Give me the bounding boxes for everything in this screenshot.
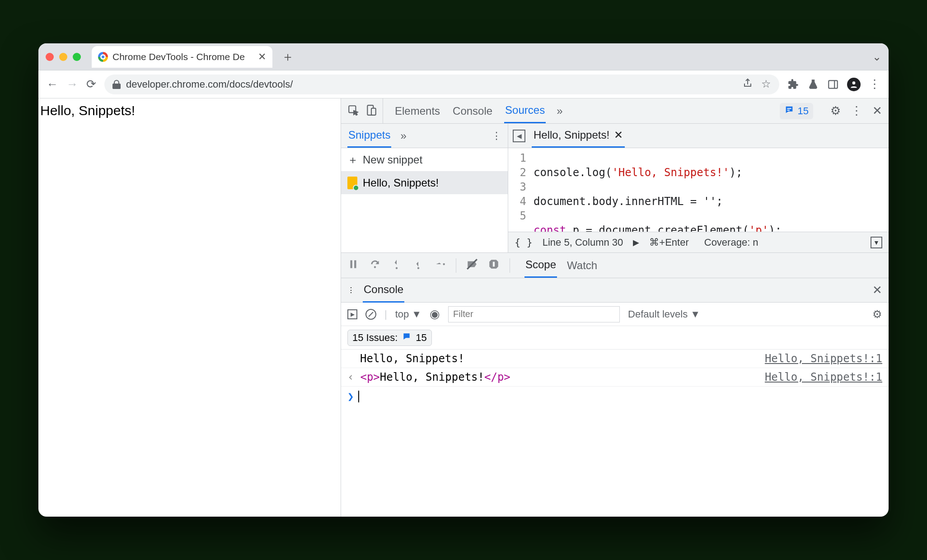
svg-rect-8 <box>351 260 352 268</box>
devtools-close-icon[interactable]: ✕ <box>872 104 882 118</box>
editor-pane: Hello, Snippets! ✕ 1 2 3 4 5 console.log… <box>508 124 889 252</box>
browser-window: Chrome DevTools - Chrome De ✕ ＋ ⌄ ← → ⟳ … <box>38 43 889 517</box>
tabs-overflow-icon[interactable]: ⌄ <box>872 51 881 63</box>
new-tab-button[interactable]: ＋ <box>281 48 294 65</box>
sidepanel-icon[interactable] <box>827 79 839 90</box>
svg-rect-6 <box>787 108 791 109</box>
navigator-menu-icon[interactable]: ⋮ <box>492 130 501 142</box>
tab-snippets[interactable]: Snippets <box>347 124 391 148</box>
log-source-link[interactable]: Hello, Snippets!:1 <box>765 352 882 365</box>
tabs-overflow-icon[interactable]: » <box>557 105 562 117</box>
deactivate-breakpoints-icon[interactable] <box>466 258 478 273</box>
profile-avatar[interactable] <box>847 78 861 91</box>
editor-tab-label: Hello, Snippets! <box>534 129 609 141</box>
clear-console-icon[interactable] <box>365 309 376 320</box>
cursor-position: Line 5, Column 30 <box>543 237 623 248</box>
editor-tab[interactable]: Hello, Snippets! ✕ <box>532 124 625 148</box>
line-gutter: 1 2 3 4 5 <box>508 148 530 232</box>
console-prompt[interactable]: ❯ <box>341 387 889 406</box>
reload-button[interactable]: ⟳ <box>86 77 96 91</box>
navigator-overflow-icon[interactable]: » <box>400 130 406 142</box>
back-button[interactable]: ← <box>47 77 58 91</box>
page-viewport: Hello, Snippets! <box>38 98 341 517</box>
navigator-tabs: Snippets » ⋮ <box>341 124 508 148</box>
tab-strip: Chrome DevTools - Chrome De ✕ ＋ ⌄ <box>38 43 889 70</box>
step-out-icon[interactable] <box>412 258 424 273</box>
tab-sources[interactable]: Sources <box>504 98 546 123</box>
log-levels-selector[interactable]: Default levels▼ <box>628 308 700 320</box>
chat-icon <box>784 105 794 117</box>
device-toolbar-icon[interactable] <box>365 104 377 118</box>
svg-rect-9 <box>354 260 356 268</box>
drawer-tab-console[interactable]: Console <box>363 278 404 303</box>
prompt-chevron-icon: ❯ <box>347 390 354 403</box>
snippet-item[interactable]: Hello, Snippets! <box>341 172 508 194</box>
minimize-window-button[interactable] <box>59 53 67 61</box>
browser-tab[interactable]: Chrome DevTools - Chrome De ✕ <box>92 46 272 68</box>
svg-rect-7 <box>787 110 790 111</box>
tab-scope[interactable]: Scope <box>524 253 557 278</box>
issues-badge[interactable]: 15 <box>780 103 813 119</box>
bookmark-icon[interactable]: ☆ <box>761 78 771 91</box>
pause-icon[interactable] <box>347 258 359 273</box>
drawer-close-icon[interactable]: ✕ <box>872 283 882 297</box>
close-window-button[interactable] <box>46 53 54 61</box>
svg-point-10 <box>374 266 376 268</box>
coverage-label: Coverage: n <box>704 237 758 248</box>
fullscreen-window-button[interactable] <box>73 53 81 61</box>
svg-point-2 <box>852 81 856 84</box>
devtools-menu-icon[interactable]: ⋮ <box>851 104 862 118</box>
tab-elements[interactable]: Elements <box>394 99 441 123</box>
svg-point-11 <box>396 267 398 269</box>
run-icon[interactable]: ▶ <box>633 238 639 247</box>
drawer-menu-icon[interactable]: ⋮ <box>347 286 355 294</box>
settings-icon[interactable]: ⚙ <box>830 104 841 118</box>
toggle-navigator-icon[interactable] <box>513 130 525 142</box>
issues-chip[interactable]: 15 Issues: 15 <box>347 330 432 346</box>
page-body-text: Hello, Snippets! <box>38 103 341 118</box>
console-toolbar: ▶ | top▼ ◉ Default levels▼ ⚙ <box>341 303 889 326</box>
plus-icon: ＋ <box>347 153 358 167</box>
live-expression-icon[interactable]: ◉ <box>430 307 440 321</box>
console-log-row: ‹ <p>Hello, Snippets!</p> Hello, Snippet… <box>341 368 889 387</box>
tab-close-icon[interactable]: ✕ <box>258 51 266 63</box>
svg-rect-15 <box>493 261 495 266</box>
devtools-panel: Elements Console Sources » 15 ⚙ ⋮ ✕ <box>341 98 889 517</box>
issues-count: 15 <box>798 105 809 117</box>
show-more-icon[interactable]: ▼ <box>871 237 882 248</box>
log-source-link[interactable]: Hello, Snippets!:1 <box>765 371 882 383</box>
chrome-menu-icon[interactable]: ⋮ <box>869 77 880 91</box>
issues-row: 15 Issues: 15 <box>341 326 889 350</box>
step-icon[interactable] <box>434 258 446 273</box>
snippet-file-icon <box>347 177 357 189</box>
content-area: Hello, Snippets! Elements Console Source… <box>38 98 889 517</box>
tab-watch[interactable]: Watch <box>567 259 597 272</box>
filter-input[interactable] <box>448 306 620 322</box>
tab-console[interactable]: Console <box>452 99 493 123</box>
code-lines: console.log('Hello, Snippets!'); documen… <box>530 148 889 232</box>
address-bar[interactable]: developer.chrome.com/docs/devtools/ ☆ <box>104 75 779 94</box>
forward-button[interactable]: → <box>66 77 78 91</box>
pretty-print-icon[interactable]: { } <box>515 237 533 248</box>
new-snippet-button[interactable]: ＋ New snippet <box>341 148 508 172</box>
console-settings-icon[interactable]: ⚙ <box>872 308 882 321</box>
expand-icon[interactable]: ‹ <box>347 371 354 383</box>
chat-icon <box>402 332 411 344</box>
step-over-icon[interactable] <box>369 258 381 273</box>
lock-icon <box>112 80 121 89</box>
html-tag: <p> <box>360 371 379 383</box>
step-into-icon[interactable] <box>391 258 403 273</box>
pause-exceptions-icon[interactable] <box>488 258 500 273</box>
context-selector[interactable]: top▼ <box>395 308 421 320</box>
share-icon[interactable] <box>742 78 753 91</box>
drawer-tabs: ⋮ Console ✕ <box>341 278 889 303</box>
editor-tab-close-icon[interactable]: ✕ <box>614 129 623 141</box>
inspect-element-icon[interactable] <box>347 104 359 118</box>
extensions-icon[interactable] <box>787 79 799 90</box>
console-sidebar-icon[interactable]: ▶ <box>347 309 357 319</box>
svg-rect-0 <box>829 80 838 88</box>
labs-icon[interactable] <box>807 79 819 90</box>
code-editor[interactable]: 1 2 3 4 5 console.log('Hello, Snippets!'… <box>508 148 889 232</box>
svg-rect-5 <box>371 108 376 115</box>
svg-point-12 <box>417 267 419 269</box>
